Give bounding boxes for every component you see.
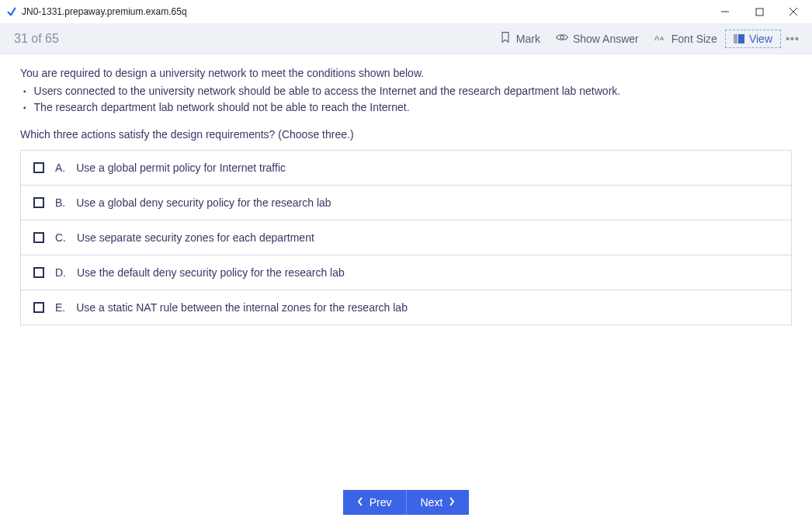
window-title: JN0-1331.prepaway.premium.exam.65q [22, 6, 187, 17]
choice-text: Use a global deny security policy for th… [76, 196, 331, 209]
svg-text:A: A [654, 33, 660, 42]
view-label: View [749, 33, 772, 45]
window-titlebar: JN0-1331.prepaway.premium.exam.65q [0, 0, 812, 23]
svg-text:A: A [660, 35, 664, 42]
svg-rect-1 [756, 9, 763, 16]
show-answer-button[interactable]: Show Answer [548, 28, 647, 49]
choice-checkbox[interactable] [33, 197, 44, 208]
question-stem: You are required to design a university … [20, 65, 792, 116]
font-size-icon: AA [654, 31, 667, 46]
choices-list: A. Use a global permit policy for Intern… [20, 150, 792, 325]
choice-row[interactable]: B. Use a global deny security policy for… [21, 185, 791, 220]
mark-button[interactable]: Mark [491, 28, 548, 49]
font-size-button[interactable]: AA Font Size [647, 28, 725, 49]
app-logo-icon [6, 6, 17, 17]
toolbar: 31 of 65 Mark Show Answer AA Font Size V… [0, 23, 812, 54]
view-layout-icon [734, 34, 744, 43]
choice-text: Use a static NAT rule between the intern… [76, 301, 408, 314]
choice-letter: A. [55, 162, 65, 174]
svg-point-4 [560, 36, 564, 39]
next-label: Next [421, 496, 443, 509]
choice-row[interactable]: C. Use separate security zones for each … [21, 220, 791, 255]
choice-row[interactable]: E. Use a static NAT rule between the int… [21, 290, 791, 325]
choice-checkbox[interactable] [33, 232, 44, 243]
show-answer-label: Show Answer [573, 33, 639, 45]
stem-bullet: The research department lab network shou… [23, 99, 792, 116]
font-size-label: Font Size [671, 33, 717, 45]
eye-icon [556, 31, 568, 46]
choice-row[interactable]: D. Use the default deny security policy … [21, 255, 791, 290]
choice-text: Use separate security zones for each dep… [77, 231, 314, 244]
choice-letter: D. [55, 266, 66, 279]
question-area: You are required to design a university … [0, 54, 812, 325]
more-options-button[interactable]: ••• [781, 33, 804, 45]
choice-checkbox[interactable] [33, 267, 44, 278]
choice-letter: C. [55, 231, 66, 244]
bookmark-icon [499, 31, 512, 46]
choice-letter: B. [55, 196, 65, 209]
prev-label: Prev [370, 496, 392, 509]
stem-bullets: Users connected to the university networ… [20, 83, 792, 116]
choice-text: Use a global permit policy for Internet … [76, 162, 286, 174]
window-close-button[interactable] [776, 0, 810, 23]
stem-bullet: Users connected to the university networ… [23, 83, 792, 99]
window-minimize-button[interactable] [708, 0, 742, 23]
stem-intro: You are required to design a university … [20, 65, 792, 82]
choice-letter: E. [55, 301, 65, 314]
chevron-right-icon [449, 496, 455, 509]
chevron-left-icon [357, 496, 363, 509]
question-prompt: Which three actions satisfy the design r… [20, 128, 792, 141]
choice-checkbox[interactable] [33, 162, 44, 173]
choice-checkbox[interactable] [33, 302, 44, 313]
view-button[interactable]: View [725, 30, 781, 48]
prev-button[interactable]: Prev [343, 490, 407, 515]
next-button[interactable]: Next [407, 490, 470, 515]
mark-label: Mark [516, 33, 540, 45]
footer-nav: Prev Next [0, 490, 812, 515]
window-maximize-button[interactable] [742, 0, 776, 23]
choice-row[interactable]: A. Use a global permit policy for Intern… [21, 151, 791, 185]
choice-text: Use the default deny security policy for… [77, 266, 345, 279]
question-progress: 31 of 65 [14, 32, 59, 46]
